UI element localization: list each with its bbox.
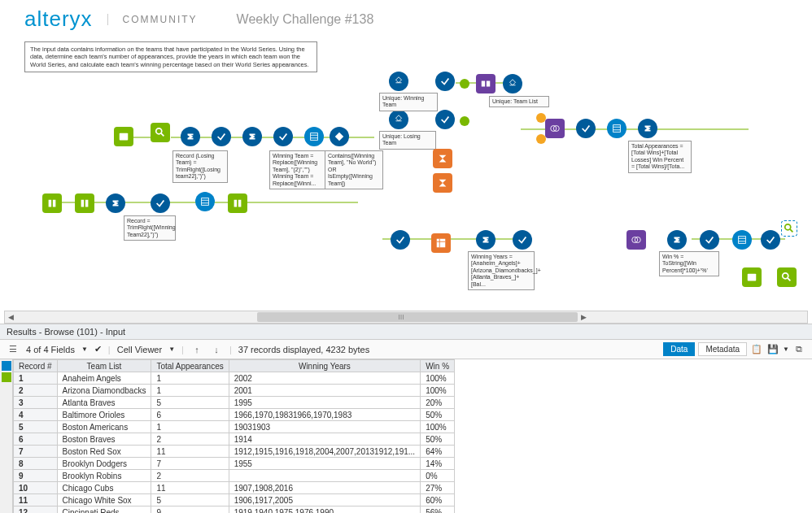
select-tool-icon[interactable] xyxy=(151,193,170,213)
formula-tool-icon[interactable] xyxy=(181,127,200,146)
table-row[interactable]: 3Atlanta Braves5199520% xyxy=(14,397,455,409)
sort-desc-icon[interactable]: ↓ xyxy=(210,343,223,356)
list-view-icon[interactable]: ☰ xyxy=(7,343,20,356)
workflow-canvas[interactable]: The input data contains information on t… xyxy=(0,35,797,311)
cell-record: 12 xyxy=(14,506,58,514)
results-table-scroll[interactable]: Record # Team List Total Appearances Win… xyxy=(13,359,812,513)
select-tool-icon[interactable] xyxy=(273,127,293,146)
page-title: Weekly Challenge #138 xyxy=(237,12,374,27)
select-tool-icon[interactable] xyxy=(435,110,455,129)
results-title-bar: Results - Browse (101) - Input xyxy=(0,324,812,340)
select-tool-icon[interactable] xyxy=(212,127,231,146)
cell-winpct: 56% xyxy=(421,506,455,514)
cell-winpct: 27% xyxy=(421,482,455,494)
select-tool-icon[interactable] xyxy=(391,230,410,250)
cell-years: 2001 xyxy=(229,385,420,397)
tab-metadata[interactable]: Metadata xyxy=(698,342,747,356)
table-row[interactable]: 8Brooklyn Dodgers7195514% xyxy=(14,458,455,470)
cell-years: 1907,1908,2016 xyxy=(229,482,420,494)
table-row[interactable]: 11Chicago White Sox51906,1917,200560% xyxy=(14,494,455,506)
svg-rect-2 xyxy=(311,133,318,141)
anchor-icon xyxy=(460,79,469,89)
select-tool-icon[interactable] xyxy=(435,72,455,91)
cell-record: 6 xyxy=(14,433,58,446)
fields-checkbox[interactable]: ✔ xyxy=(94,344,102,354)
table-row[interactable]: 12Cincinnati Reds91919,1940,1975,1976,19… xyxy=(14,506,455,514)
col-winpct[interactable]: Win % xyxy=(421,360,455,372)
join-tool-icon[interactable] xyxy=(626,230,646,250)
formula-tool-icon[interactable] xyxy=(638,119,657,138)
cell-appearances: 7 xyxy=(151,458,229,470)
table-row[interactable]: 6Boston Braves2191450% xyxy=(14,433,455,446)
cell-winpct: 50% xyxy=(421,433,455,446)
browse-tool-icon[interactable] xyxy=(777,267,797,287)
cell-team: Anaheim Angels xyxy=(57,372,151,385)
col-team[interactable]: Team List xyxy=(57,360,151,372)
sort-asc-icon[interactable]: ↑ xyxy=(190,343,203,356)
crosstab-tool-icon[interactable] xyxy=(431,233,451,253)
table-row[interactable]: 7Boston Red Sox111912,1915,1916,1918,200… xyxy=(14,446,455,458)
table-row[interactable]: 2Arizona Diamondbacks12001100% xyxy=(14,385,455,397)
table-row[interactable]: 10Chicago Cubs111907,1908,201627% xyxy=(14,482,455,494)
cell-winpct: 60% xyxy=(421,494,455,506)
svg-rect-6 xyxy=(437,239,446,248)
cell-years: 1919,1940,1975,1976,1990 xyxy=(229,506,420,514)
unique-tool-icon[interactable] xyxy=(503,74,522,93)
select-tool-icon[interactable] xyxy=(576,119,596,138)
find-replace-tool-icon[interactable] xyxy=(151,123,170,142)
tab-data[interactable]: Data xyxy=(663,342,695,356)
table-row[interactable]: 1Anaheim Angels12002100% xyxy=(14,372,455,385)
text-to-columns-icon[interactable] xyxy=(228,193,247,213)
browse-tool-selected-icon[interactable] xyxy=(781,220,797,237)
summarize-tool-icon[interactable] xyxy=(433,149,452,168)
results-table-container: Record # Team List Total Appearances Win… xyxy=(0,359,812,513)
filter-tool-icon[interactable] xyxy=(330,127,349,146)
unique-tool-icon[interactable] xyxy=(389,110,408,129)
popout-icon[interactable]: ⧉ xyxy=(792,343,805,356)
logo: alteryx xyxy=(24,7,93,32)
cell-record: 3 xyxy=(14,397,58,409)
col-appearances[interactable]: Total Appearances xyxy=(151,360,229,372)
sort-tool-icon[interactable] xyxy=(607,119,626,138)
append-tool-icon[interactable] xyxy=(476,74,495,93)
cell-years: 1912,1915,1916,1918,2004,2007,20131912,1… xyxy=(229,446,420,458)
join-tool-icon[interactable] xyxy=(545,119,565,138)
app-header: alteryx COMMUNITY Weekly Challenge #138 xyxy=(0,0,812,35)
save-icon[interactable]: 💾 xyxy=(766,343,779,356)
cell-years: 1955 xyxy=(229,458,420,470)
svg-rect-0 xyxy=(120,133,129,141)
summarize-tool-icon[interactable] xyxy=(433,173,452,193)
cell-viewer-toggle[interactable]: Cell Viewer xyxy=(117,345,162,354)
formula-tool-icon[interactable] xyxy=(476,230,495,250)
fields-selector[interactable]: 4 of 4 Fields xyxy=(26,345,75,354)
cell-appearances: 5 xyxy=(151,397,229,409)
horizontal-scrollbar[interactable]: III xyxy=(4,311,808,324)
select-tool-icon[interactable] xyxy=(761,230,780,250)
input-data-tool-icon[interactable] xyxy=(114,127,133,146)
col-record[interactable]: Record # xyxy=(14,360,58,372)
annotation: Win % = ToString([Win Percent]*100)+'%' xyxy=(659,251,719,276)
col-years[interactable]: Winning Years xyxy=(229,360,420,372)
sort-tool-icon[interactable] xyxy=(732,230,752,250)
cell-record: 9 xyxy=(14,470,58,482)
text-to-columns-icon[interactable] xyxy=(75,193,94,213)
formula-tool-icon[interactable] xyxy=(242,127,262,146)
table-row[interactable]: 4Baltimore Orioles61966,1970,19831966,19… xyxy=(14,409,455,421)
select-tool-icon[interactable] xyxy=(513,230,532,250)
copy-icon[interactable]: 📋 xyxy=(750,343,763,356)
unique-tool-icon[interactable] xyxy=(389,72,408,91)
select-tool-icon[interactable] xyxy=(700,230,719,250)
cell-team: Chicago White Sox xyxy=(57,494,151,506)
cell-appearances: 6 xyxy=(151,409,229,421)
output-data-tool-icon[interactable] xyxy=(742,267,762,287)
formula-tool-icon[interactable] xyxy=(106,193,125,213)
cell-team: Boston Red Sox xyxy=(57,446,151,458)
table-row[interactable]: 9Brooklyn Robins20% xyxy=(14,470,455,482)
formula-tool-icon[interactable] xyxy=(667,230,687,250)
cell-winpct: 50% xyxy=(421,409,455,421)
table-row[interactable]: 5Boston Americans119031903100% xyxy=(14,421,455,433)
text-to-columns-icon[interactable] xyxy=(42,193,62,213)
record-id-tool-icon[interactable] xyxy=(304,127,324,146)
scrollbar-thumb[interactable] xyxy=(257,312,578,322)
record-id-tool-icon[interactable] xyxy=(195,192,215,211)
